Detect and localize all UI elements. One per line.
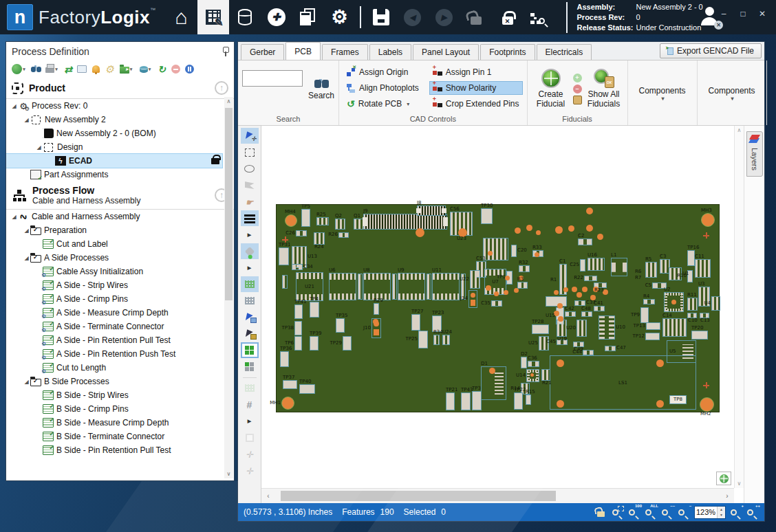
pcb-component[interactable] <box>703 382 709 388</box>
refresh-icon[interactable] <box>155 63 168 76</box>
select-move-tool[interactable] <box>241 128 259 144</box>
data-import-icon[interactable] <box>229 0 261 34</box>
fiducial-remove-icon[interactable]: – <box>573 85 582 93</box>
export-folder-icon[interactable]: ▾ <box>117 63 135 76</box>
zoom-in-step-icon[interactable]: ++ <box>746 506 759 518</box>
audit-search-icon[interactable] <box>524 0 555 34</box>
pcb-component-l1[interactable]: L1 <box>611 258 627 276</box>
reports-icon[interactable] <box>292 0 324 34</box>
pcb-component-tp35[interactable]: TP35 <box>336 318 345 333</box>
pcb-component-mh3[interactable]: MH3 <box>701 213 715 227</box>
expander-icon[interactable]: ◢ <box>35 144 43 151</box>
pcb-component-r23[interactable]: R23 <box>594 282 607 288</box>
zoom-spinner[interactable]: ▲▼ <box>717 507 725 518</box>
fill-color-tool[interactable] <box>241 243 259 259</box>
flyout-arrow-icon[interactable]: ▶ <box>241 227 259 243</box>
pcb-component-r5[interactable]: R5 <box>645 262 657 278</box>
process-definition-icon[interactable]: ✎ <box>197 0 229 34</box>
zoom-100-icon[interactable]: 100 <box>628 506 640 518</box>
close-button[interactable]: ✕ <box>753 0 772 27</box>
lock-close-icon[interactable]: ✕ <box>492 0 524 34</box>
pcb-component[interactable] <box>392 274 397 300</box>
process-flow-section-header[interactable]: Process Flow Cable and Harness Assembly … <box>6 181 234 210</box>
tree-item[interactable]: New Assembly 2 - 0 (BOM) <box>6 126 222 140</box>
pcb-component-c26[interactable]: C26 <box>296 230 307 236</box>
pcb-component-u22[interactable]: U22 <box>470 270 480 289</box>
assign-origin-button[interactable]: Assign Origin <box>343 65 422 79</box>
tree-scrollbar[interactable]: ∧ ∨ <box>224 97 233 478</box>
pcb-component-c47[interactable]: C47 <box>605 346 616 351</box>
frame-tool[interactable] <box>241 430 259 445</box>
pcb-component-c35[interactable]: C35 <box>491 300 502 307</box>
pcb-component-u20[interactable]: U20 <box>576 320 587 337</box>
settings-icon[interactable] <box>103 63 116 76</box>
crop-extended-pins-button[interactable]: Crop Extended Pins <box>429 97 523 111</box>
search-input[interactable] <box>242 70 303 87</box>
pcb-component[interactable] <box>282 275 288 289</box>
pcb-component-u4[interactable]: U4 <box>711 296 720 311</box>
pcb-component-c20[interactable]: C20 <box>511 245 517 257</box>
zoom-out-step-icon[interactable]: –– <box>661 506 673 518</box>
tree-item[interactable]: B Side - Strip Wires <box>6 388 222 402</box>
show-polarity-button[interactable]: Show Polarity <box>429 81 523 95</box>
layers-tab[interactable]: Layers <box>746 131 763 177</box>
pcb-component-r34[interactable]: R34 <box>433 335 440 345</box>
pcb-component-tp31[interactable]: TP31 <box>279 247 289 265</box>
home-icon[interactable]: ⌂ <box>166 0 197 34</box>
zoom-input[interactable]: ▲▼ <box>694 506 726 519</box>
pcb-component-c44[interactable]: C44 <box>583 350 594 355</box>
rectangle-select-tool[interactable] <box>241 144 259 160</box>
pcb-board[interactable]: MH4TP5R25Q2Q1R26J9J8C56U23TP30MH3C26TP31… <box>276 204 720 412</box>
pcb-component-c37[interactable]: C37 <box>574 300 585 306</box>
pcb-component-tp3[interactable]: TP3 <box>472 391 482 410</box>
pcb-component-c14[interactable]: C14 <box>662 318 687 337</box>
scroll-up-icon[interactable]: ∧ <box>224 97 233 106</box>
pcb-component-r11[interactable]: R11 <box>687 298 698 311</box>
pcb-component-c34[interactable]: C34 <box>292 264 303 270</box>
tree-item[interactable]: A Side - Pin Retention Pull Test <box>6 333 222 347</box>
pcb-component-c41[interactable]: C41 <box>594 306 605 311</box>
pcb-component-u24[interactable]: U24 <box>442 335 450 345</box>
pcb-component-d2[interactable]: D2 <box>521 357 527 368</box>
components-button-1[interactable]: Components▾ <box>632 86 693 102</box>
product-section-header[interactable]: Product ↑ <box>6 78 234 99</box>
pcb-canvas[interactable]: MH4TP5R25Q2Q1R26J9J8C56U23TP30MH3C26TP31… <box>261 126 734 488</box>
deactivate-icon[interactable] <box>169 63 182 76</box>
scrollbar-thumb[interactable] <box>281 491 556 501</box>
pcb-component-u6[interactable]: U6 <box>329 273 356 300</box>
settings-gear-icon[interactable]: ⚙ <box>324 0 356 34</box>
notification-bell-icon[interactable] <box>89 63 102 76</box>
pcb-component-r22[interactable]: R22 <box>584 276 597 281</box>
pcb-component-tp39[interactable]: TP39 <box>310 336 319 351</box>
tab-gerber[interactable]: Gerber <box>241 44 284 60</box>
tree-item[interactable]: A Side - Pin Retention Push Test <box>6 347 222 361</box>
pcb-component-tp37[interactable]: TP37 <box>283 380 297 389</box>
pcb-component[interactable] <box>703 232 709 239</box>
pcb-component-tp27[interactable]: TP27 <box>411 314 420 331</box>
move-disabled-tool[interactable] <box>241 446 259 462</box>
navigator-icon[interactable]: ✚ <box>261 0 292 34</box>
zoom-spin-up-icon[interactable]: ▲ <box>718 507 725 513</box>
pcb-component-mh1[interactable]: MH1 <box>281 397 294 410</box>
move-disabled-tool[interactable] <box>241 463 259 478</box>
pause-icon[interactable] <box>183 63 195 76</box>
tree-item[interactable]: A Side - Strip Wires <box>6 278 222 292</box>
tree-item[interactable]: ◢Preparation <box>6 223 222 237</box>
tab-labels[interactable]: Labels <box>369 44 411 60</box>
tab-electricals[interactable]: Electricals <box>537 44 592 60</box>
tab-footprints[interactable]: Footprints <box>480 44 535 60</box>
show-all-fiducials-button[interactable]: OK Show All Fiducials <box>585 69 623 109</box>
pcb-component-r32[interactable]: R32 <box>519 265 530 272</box>
pcb-component-u9[interactable]: U9 <box>398 273 425 300</box>
canvas-horizontal-scrollbar[interactable]: ‹ › <box>261 488 734 503</box>
pin-icon[interactable] <box>222 47 228 56</box>
pcb-component-r24[interactable]: R24 <box>314 232 325 245</box>
tree-item[interactable]: ◢New Assembly 2 <box>6 113 222 126</box>
pcb-component-u19[interactable]: U19 <box>557 320 567 337</box>
pcb-component-j8[interactable]: J8 <box>417 206 446 216</box>
pcb-component-c42[interactable]: C42 <box>565 311 576 317</box>
database-icon[interactable]: ▾ <box>136 63 154 76</box>
assign-pin1-button[interactable]: Assign Pin 1 <box>429 65 523 79</box>
tree-item[interactable]: B Side - Pin Retention Pull Test <box>6 443 222 457</box>
pcb-component[interactable] <box>427 274 431 300</box>
